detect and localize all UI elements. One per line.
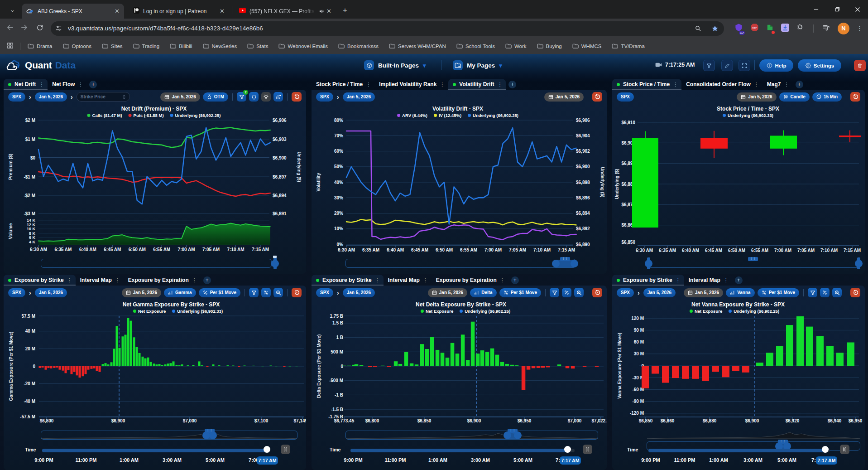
svg-text:6:30 AM: 6:30 AM xyxy=(636,248,653,253)
svg-text:30%: 30% xyxy=(334,195,343,200)
svg-text:6:50 AM: 6:50 AM xyxy=(436,247,453,252)
svg-text:6:30 AM: 6:30 AM xyxy=(30,247,47,252)
svg-text:7:05 AM: 7:05 AM xyxy=(797,248,815,253)
svg-text:6:45 AM: 6:45 AM xyxy=(411,247,428,252)
svg-text:7:10 AM: 7:10 AM xyxy=(533,247,551,252)
svg-text:0%: 0% xyxy=(337,242,344,247)
svg-text:20%: 20% xyxy=(334,211,343,216)
svg-text:6:45 AM: 6:45 AM xyxy=(705,248,722,253)
svg-text:6:35 AM: 6:35 AM xyxy=(362,247,379,252)
svg-text:6 K: 6 K xyxy=(29,235,36,240)
svg-text:7:00 AM: 7:00 AM xyxy=(178,247,195,252)
svg-text:6:50 AM: 6:50 AM xyxy=(129,247,146,252)
svg-text:70%: 70% xyxy=(334,133,343,138)
svg-text:7:15 AM: 7:15 AM xyxy=(558,247,575,252)
svg-text:80%: 80% xyxy=(334,118,343,123)
svg-text:$6,892: $6,892 xyxy=(576,226,590,231)
svg-text:-$3 M: -$3 M xyxy=(24,211,35,216)
svg-text:10 K: 10 K xyxy=(27,227,36,231)
svg-text:$0: $0 xyxy=(30,155,36,160)
svg-text:$1 M: $1 M xyxy=(25,137,35,142)
svg-text:6:40 AM: 6:40 AM xyxy=(387,247,404,252)
svg-text:6:55 AM: 6:55 AM xyxy=(460,247,477,252)
svg-text:6:55 AM: 6:55 AM xyxy=(751,248,768,253)
svg-text:6:55 AM: 6:55 AM xyxy=(153,247,170,252)
svg-text:7:00 AM: 7:00 AM xyxy=(484,247,502,252)
svg-text:$6,903: $6,903 xyxy=(273,137,287,142)
svg-text:6:45 AM: 6:45 AM xyxy=(104,247,121,252)
svg-text:ABP: ABP xyxy=(752,26,757,29)
svg-text:$6,890: $6,890 xyxy=(576,242,590,247)
svg-text:10%: 10% xyxy=(334,226,343,231)
svg-text:$6,906: $6,906 xyxy=(273,118,287,123)
svg-text:$6,894: $6,894 xyxy=(273,193,287,198)
svg-text:Underlying ($): Underlying ($) xyxy=(600,167,605,197)
svg-text:7:10 AM: 7:10 AM xyxy=(227,247,245,252)
svg-text:Premium ($): Premium ($) xyxy=(8,154,13,180)
svg-text:$6,904: $6,904 xyxy=(576,133,590,138)
svg-text:Volatility: Volatility xyxy=(316,173,321,191)
svg-text:6:40 AM: 6:40 AM xyxy=(79,247,96,252)
svg-text:6:30 AM: 6:30 AM xyxy=(338,247,355,252)
svg-text:40%: 40% xyxy=(334,180,343,185)
svg-text:$6,900: $6,900 xyxy=(576,164,590,169)
svg-text:7:05 AM: 7:05 AM xyxy=(202,247,220,252)
svg-text:6:35 AM: 6:35 AM xyxy=(54,247,72,252)
svg-text:4 K: 4 K xyxy=(29,240,36,244)
svg-text:14 K: 14 K xyxy=(27,218,36,223)
svg-text:6:40 AM: 6:40 AM xyxy=(682,248,699,253)
svg-text:$6,898: $6,898 xyxy=(576,180,590,185)
svg-text:Volume: Volume xyxy=(8,223,13,239)
svg-text:7:10 AM: 7:10 AM xyxy=(820,248,838,253)
svg-text:7:15 AM: 7:15 AM xyxy=(252,247,269,252)
svg-text:50%: 50% xyxy=(334,164,343,169)
svg-text:$6,894: $6,894 xyxy=(576,211,590,216)
svg-text:-$1 M: -$1 M xyxy=(24,174,35,179)
svg-text:$2 M: $2 M xyxy=(25,118,35,123)
svg-text:60%: 60% xyxy=(334,149,343,154)
svg-text:7:15 AM: 7:15 AM xyxy=(844,248,861,253)
svg-text:$6,902: $6,902 xyxy=(576,149,590,154)
svg-text:$6,891: $6,891 xyxy=(273,211,287,216)
svg-text:$6,900: $6,900 xyxy=(273,155,287,160)
svg-text:Underlying ($): Underlying ($) xyxy=(297,151,302,182)
svg-text:7:00 AM: 7:00 AM xyxy=(774,248,791,253)
svg-text:$6,897: $6,897 xyxy=(273,174,287,179)
svg-text:Underlying ($): Underlying ($) xyxy=(614,169,619,199)
svg-text:$6,850: $6,850 xyxy=(621,240,635,245)
svg-text:$6,906: $6,906 xyxy=(576,118,590,123)
svg-text:$6,910: $6,910 xyxy=(621,120,635,125)
svg-text:6:50 AM: 6:50 AM xyxy=(728,248,745,253)
svg-text:6:35 AM: 6:35 AM xyxy=(659,248,676,253)
svg-text:-$2 M: -$2 M xyxy=(24,193,35,198)
svg-text:7:05 AM: 7:05 AM xyxy=(509,247,526,252)
svg-text:$6,896: $6,896 xyxy=(576,195,590,200)
